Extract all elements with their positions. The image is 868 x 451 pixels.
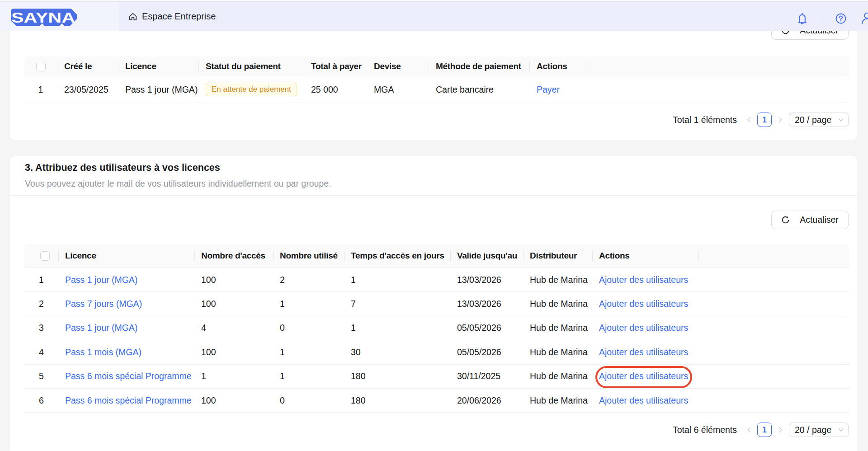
svg-text:SAYNA: SAYNA xyxy=(11,10,75,26)
